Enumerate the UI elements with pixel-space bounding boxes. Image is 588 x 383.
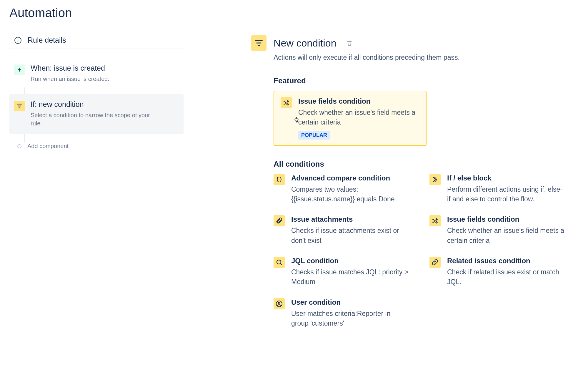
- circle-icon: [17, 144, 21, 148]
- condition-title: Issue attachments: [291, 215, 409, 223]
- info-icon: [14, 37, 22, 44]
- rule-details-label: Rule details: [28, 36, 66, 44]
- condition-card[interactable]: If / else block Perform different action…: [429, 174, 582, 204]
- featured-desc: Check whether an issue's field meets a c…: [298, 108, 419, 127]
- delete-button[interactable]: [346, 39, 353, 47]
- panel-title: New condition: [274, 37, 337, 49]
- featured-heading: Featured: [274, 76, 582, 85]
- user-icon: [274, 298, 285, 309]
- shuffle-icon: [429, 215, 441, 226]
- all-conditions-heading: All conditions: [274, 160, 582, 169]
- condition-desc: Checks if issue matches JQL: priority > …: [291, 267, 409, 287]
- search-icon: [274, 257, 285, 268]
- condition-desc: User matches criteria:Reporter in group …: [291, 309, 409, 329]
- trash-icon: [346, 39, 353, 47]
- condition-desc: Check if related issues exist or match J…: [447, 267, 565, 287]
- filter-icon: [251, 35, 266, 51]
- featured-title: Issue fields condition: [298, 97, 419, 105]
- condition-card[interactable]: Issue attachments Checks if issue attach…: [274, 215, 427, 246]
- condition-desc: Checks if issue attachments exist or don…: [291, 226, 409, 246]
- add-component-label: Add component: [27, 143, 69, 150]
- step-trigger[interactable]: + When: issue is created Run when an iss…: [9, 58, 184, 89]
- condition-title: Related issues condition: [447, 257, 565, 265]
- condition-desc: Compares two values: {{issue.status.name…: [291, 185, 409, 204]
- condition-title: User condition: [291, 298, 409, 306]
- link-icon: [429, 257, 441, 268]
- condition-card[interactable]: Issue fields condition Check whether an …: [429, 215, 582, 246]
- condition-title: If / else block: [447, 174, 565, 182]
- plus-icon: +: [14, 64, 25, 75]
- condition-card[interactable]: Related issues condition Check if relate…: [429, 257, 582, 287]
- condition-title: Issue fields condition: [447, 215, 565, 223]
- trigger-title: When: issue is created: [31, 64, 109, 72]
- condition-title: JQL condition: [291, 257, 409, 265]
- popular-badge: POPULAR: [298, 131, 330, 140]
- trigger-desc: Run when an issue is created.: [31, 75, 109, 83]
- cursor-icon: [293, 117, 300, 123]
- condition-card[interactable]: Advanced compare condition Compares two …: [274, 174, 427, 204]
- shuffle-icon: [281, 97, 292, 108]
- condition-desc: Check whether an issue's field meets a c…: [447, 226, 565, 246]
- filter-icon: [14, 101, 25, 111]
- add-component-button[interactable]: Add component: [9, 134, 184, 158]
- step-condition[interactable]: If: new condition Select a condition to …: [9, 94, 184, 134]
- condition-card[interactable]: JQL condition Checks if issue matches JQ…: [274, 257, 427, 287]
- condition-card[interactable]: User condition User matches criteria:Rep…: [274, 298, 427, 329]
- rule-details-link[interactable]: Rule details: [9, 32, 184, 49]
- branch-icon: [429, 174, 441, 185]
- condition-desc: Perform different actions using if, else…: [447, 185, 565, 204]
- panel-subtitle: Actions will only execute if all conditi…: [274, 54, 582, 62]
- featured-condition-card[interactable]: Issue fields condition Check whether an …: [274, 91, 427, 146]
- condition-title: If: new condition: [31, 100, 160, 109]
- condition-desc: Select a condition to narrow the scope o…: [31, 111, 160, 127]
- attachment-icon: [274, 215, 285, 226]
- page-title: Automation: [9, 6, 184, 20]
- braces-icon: [274, 174, 285, 185]
- condition-title: Advanced compare condition: [291, 174, 409, 182]
